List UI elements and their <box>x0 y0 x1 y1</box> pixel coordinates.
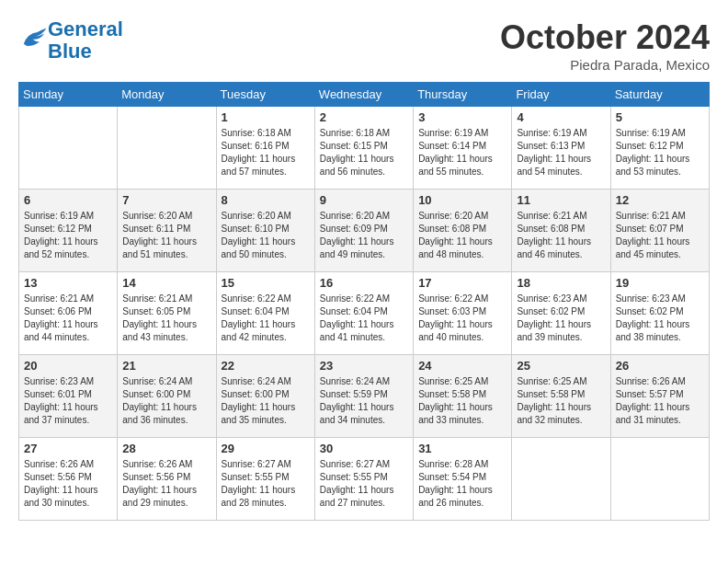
day-number: 7 <box>122 193 210 207</box>
day-info: Sunrise: 6:20 AM Sunset: 6:09 PM Dayligh… <box>320 210 408 261</box>
day-number: 4 <box>517 110 605 124</box>
day-info: Sunrise: 6:23 AM Sunset: 6:01 PM Dayligh… <box>24 375 112 427</box>
day-number: 28 <box>122 442 210 455</box>
calendar-cell: 7Sunrise: 6:20 AM Sunset: 6:11 PM Daylig… <box>118 190 216 272</box>
calendar-cell: 2Sunrise: 6:18 AM Sunset: 6:15 PM Daylig… <box>314 107 413 190</box>
day-info: Sunrise: 6:19 AM Sunset: 6:12 PM Dayligh… <box>24 210 112 261</box>
calendar-cell <box>118 107 216 190</box>
weekday-header-wednesday: Wednesday <box>314 83 413 107</box>
weekday-header-friday: Friday <box>512 83 610 107</box>
calendar-cell: 16Sunrise: 6:22 AM Sunset: 6:04 PM Dayli… <box>314 272 413 355</box>
week-row-3: 13Sunrise: 6:21 AM Sunset: 6:06 PM Dayli… <box>19 272 710 355</box>
day-info: Sunrise: 6:24 AM Sunset: 6:00 PM Dayligh… <box>122 375 210 427</box>
calendar-cell: 3Sunrise: 6:19 AM Sunset: 6:14 PM Daylig… <box>414 107 512 190</box>
day-number: 19 <box>616 276 704 290</box>
calendar-cell: 15Sunrise: 6:22 AM Sunset: 6:04 PM Dayli… <box>216 272 314 355</box>
day-number: 12 <box>616 193 704 207</box>
day-number: 24 <box>418 359 506 373</box>
month-title: October 2024 <box>500 18 710 57</box>
calendar-cell: 4Sunrise: 6:19 AM Sunset: 6:13 PM Daylig… <box>512 107 610 190</box>
calendar-cell: 12Sunrise: 6:21 AM Sunset: 6:07 PM Dayli… <box>610 190 709 272</box>
day-info: Sunrise: 6:26 AM Sunset: 5:56 PM Dayligh… <box>24 458 112 510</box>
calendar-cell: 26Sunrise: 6:26 AM Sunset: 5:57 PM Dayli… <box>610 355 709 438</box>
calendar-cell: 29Sunrise: 6:27 AM Sunset: 5:55 PM Dayli… <box>216 438 314 521</box>
calendar-cell: 17Sunrise: 6:22 AM Sunset: 6:03 PM Dayli… <box>414 272 512 355</box>
day-number: 23 <box>320 359 408 373</box>
day-number: 22 <box>222 359 310 373</box>
calendar-cell <box>512 438 610 521</box>
calendar-cell: 20Sunrise: 6:23 AM Sunset: 6:01 PM Dayli… <box>19 355 118 438</box>
calendar-cell: 23Sunrise: 6:24 AM Sunset: 5:59 PM Dayli… <box>314 355 413 438</box>
week-row-2: 6Sunrise: 6:19 AM Sunset: 6:12 PM Daylig… <box>19 190 710 272</box>
day-info: Sunrise: 6:22 AM Sunset: 6:04 PM Dayligh… <box>320 293 408 344</box>
location: Piedra Parada, Mexico <box>500 57 710 73</box>
logo: General Blue <box>18 18 123 63</box>
day-number: 9 <box>320 193 408 207</box>
logo-general: General <box>48 17 123 40</box>
calendar-cell: 27Sunrise: 6:26 AM Sunset: 5:56 PM Dayli… <box>19 438 118 521</box>
day-number: 26 <box>616 359 704 373</box>
calendar-cell <box>19 107 118 190</box>
calendar-cell: 10Sunrise: 6:20 AM Sunset: 6:08 PM Dayli… <box>414 190 512 272</box>
day-info: Sunrise: 6:21 AM Sunset: 6:06 PM Dayligh… <box>24 293 112 344</box>
day-info: Sunrise: 6:21 AM Sunset: 6:05 PM Dayligh… <box>122 293 210 344</box>
calendar-cell: 9Sunrise: 6:20 AM Sunset: 6:09 PM Daylig… <box>314 190 413 272</box>
logo-blue: Blue <box>48 40 92 63</box>
day-number: 30 <box>320 442 408 455</box>
calendar-cell: 19Sunrise: 6:23 AM Sunset: 6:02 PM Dayli… <box>610 272 709 355</box>
day-number: 2 <box>320 110 408 124</box>
day-info: Sunrise: 6:26 AM Sunset: 5:57 PM Dayligh… <box>616 375 704 427</box>
day-number: 18 <box>517 276 605 290</box>
calendar-table: SundayMondayTuesdayWednesdayThursdayFrid… <box>18 82 710 521</box>
calendar-cell: 28Sunrise: 6:26 AM Sunset: 5:56 PM Dayli… <box>118 438 216 521</box>
day-info: Sunrise: 6:21 AM Sunset: 6:07 PM Dayligh… <box>616 210 704 261</box>
logo-text: General Blue <box>48 18 123 63</box>
day-number: 13 <box>24 276 112 290</box>
day-info: Sunrise: 6:20 AM Sunset: 6:08 PM Dayligh… <box>418 210 506 261</box>
calendar-cell: 30Sunrise: 6:27 AM Sunset: 5:55 PM Dayli… <box>314 438 413 521</box>
day-info: Sunrise: 6:19 AM Sunset: 6:13 PM Dayligh… <box>517 127 605 178</box>
day-info: Sunrise: 6:22 AM Sunset: 6:04 PM Dayligh… <box>222 293 310 344</box>
day-info: Sunrise: 6:18 AM Sunset: 6:16 PM Dayligh… <box>222 127 310 178</box>
calendar-cell: 24Sunrise: 6:25 AM Sunset: 5:58 PM Dayli… <box>414 355 512 438</box>
calendar-cell: 14Sunrise: 6:21 AM Sunset: 6:05 PM Dayli… <box>118 272 216 355</box>
day-info: Sunrise: 6:21 AM Sunset: 6:08 PM Dayligh… <box>517 210 605 261</box>
day-info: Sunrise: 6:25 AM Sunset: 5:58 PM Dayligh… <box>517 375 605 427</box>
calendar-cell: 8Sunrise: 6:20 AM Sunset: 6:10 PM Daylig… <box>216 190 314 272</box>
weekday-header-monday: Monday <box>118 83 216 107</box>
calendar-cell: 11Sunrise: 6:21 AM Sunset: 6:08 PM Dayli… <box>512 190 610 272</box>
day-number: 27 <box>24 442 112 455</box>
day-info: Sunrise: 6:25 AM Sunset: 5:58 PM Dayligh… <box>418 375 506 427</box>
day-info: Sunrise: 6:23 AM Sunset: 6:02 PM Dayligh… <box>517 293 605 344</box>
weekday-header-thursday: Thursday <box>414 83 512 107</box>
day-number: 17 <box>418 276 506 290</box>
weekday-header-sunday: Sunday <box>19 83 118 107</box>
day-number: 3 <box>418 110 506 124</box>
weekday-header-tuesday: Tuesday <box>216 83 314 107</box>
calendar-cell <box>610 438 709 521</box>
day-info: Sunrise: 6:19 AM Sunset: 6:12 PM Dayligh… <box>616 127 704 178</box>
day-number: 6 <box>24 193 112 207</box>
day-info: Sunrise: 6:26 AM Sunset: 5:56 PM Dayligh… <box>122 458 210 510</box>
weekday-header-saturday: Saturday <box>610 83 709 107</box>
week-row-5: 27Sunrise: 6:26 AM Sunset: 5:56 PM Dayli… <box>19 438 710 521</box>
day-number: 20 <box>24 359 112 373</box>
day-number: 8 <box>222 193 310 207</box>
calendar-cell: 21Sunrise: 6:24 AM Sunset: 6:00 PM Dayli… <box>118 355 216 438</box>
day-info: Sunrise: 6:18 AM Sunset: 6:15 PM Dayligh… <box>320 127 408 178</box>
day-info: Sunrise: 6:27 AM Sunset: 5:55 PM Dayligh… <box>320 458 408 510</box>
calendar-cell: 31Sunrise: 6:28 AM Sunset: 5:54 PM Dayli… <box>414 438 512 521</box>
calendar-cell: 18Sunrise: 6:23 AM Sunset: 6:02 PM Dayli… <box>512 272 610 355</box>
calendar-cell: 25Sunrise: 6:25 AM Sunset: 5:58 PM Dayli… <box>512 355 610 438</box>
weekday-header-row: SundayMondayTuesdayWednesdayThursdayFrid… <box>19 83 710 107</box>
calendar-cell: 1Sunrise: 6:18 AM Sunset: 6:16 PM Daylig… <box>216 107 314 190</box>
day-info: Sunrise: 6:19 AM Sunset: 6:14 PM Dayligh… <box>418 127 506 178</box>
day-number: 29 <box>222 442 310 455</box>
day-number: 31 <box>418 442 506 455</box>
day-number: 16 <box>320 276 408 290</box>
day-number: 5 <box>616 110 704 124</box>
title-block: October 2024 Piedra Parada, Mexico <box>500 18 710 73</box>
day-info: Sunrise: 6:20 AM Sunset: 6:11 PM Dayligh… <box>122 210 210 261</box>
day-number: 14 <box>122 276 210 290</box>
day-info: Sunrise: 6:27 AM Sunset: 5:55 PM Dayligh… <box>222 458 310 510</box>
